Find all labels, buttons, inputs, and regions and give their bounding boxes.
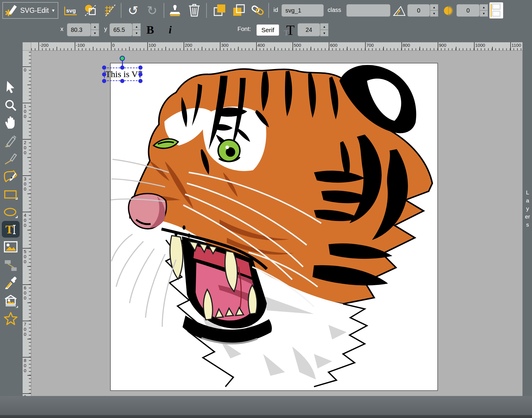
font-size-icon: T T [283, 21, 298, 39]
eyedropper-icon [4, 276, 18, 290]
pen-path-icon [4, 169, 18, 183]
ruler-y-label: 800 [24, 358, 28, 373]
select-arrow-icon [5, 80, 17, 93]
selection-handle-n[interactable] [120, 65, 124, 70]
selection-handle-s[interactable] [120, 79, 124, 83]
delete-button[interactable] [187, 3, 201, 18]
move-bottom-button[interactable] [231, 3, 247, 18]
tool-path[interactable] [2, 168, 20, 185]
text-context-toolbar: x 80.3 ▲▼ y 65.5 ▲▼ B i abcd abcd abcd F… [0, 21, 532, 42]
ruler-x-label: 1100 [511, 43, 521, 48]
make-link-button[interactable] [250, 3, 265, 18]
svg-source-icon: svg [64, 6, 77, 15]
palette-panel-icon[interactable] [489, 2, 503, 18]
x-spinner[interactable]: ▲▼ [91, 23, 99, 36]
id-label: id [273, 7, 278, 13]
ruler-x-label: 200 [185, 43, 192, 48]
main-menu-button[interactable]: SVG-Edit ▼ [2, 2, 58, 19]
font-label: Font: [237, 26, 251, 32]
selection-handle-e[interactable] [138, 72, 143, 77]
move-top-button[interactable] [212, 3, 227, 18]
tiger-artwork [111, 63, 437, 390]
font-size-spinner[interactable]: ▲▼ [320, 23, 328, 36]
move-top-icon [212, 3, 227, 18]
toolbar-divider [268, 3, 269, 18]
tool-rect[interactable] [2, 187, 20, 203]
magnifier-icon [4, 99, 17, 112]
ruler-corner [23, 42, 31, 51]
toolbar-divider [206, 3, 207, 18]
selection-handle-w[interactable] [102, 72, 106, 77]
ruler-x-label: -100 [76, 43, 85, 48]
tool-select[interactable] [2, 79, 20, 95]
class-input[interactable] [346, 4, 390, 17]
id-input[interactable]: svg_1 [281, 4, 324, 17]
selection-handle-ne[interactable] [138, 65, 143, 70]
undo-button[interactable]: ↺ [126, 2, 140, 18]
ruler-x-label: 900 [439, 43, 446, 48]
tool-image[interactable] [2, 238, 20, 255]
menu-chevron-down-icon: ▼ [51, 8, 55, 13]
undo-icon: ↺ [128, 3, 138, 18]
ruler-y-label: 0 [24, 67, 28, 72]
x-label: x [60, 26, 63, 32]
bold-button[interactable]: B [144, 22, 157, 38]
main-toolbar: SVG-Edit ▼ svg ↺ ↻ [0, 0, 532, 21]
selection-handle-nw[interactable] [102, 65, 106, 70]
selection-handle-se[interactable] [138, 79, 143, 83]
svgedit-logo-icon [5, 4, 18, 17]
hand-icon [4, 116, 17, 129]
horizontal-ruler: -200-10001002003004005006007008009001000… [31, 42, 522, 51]
ruler-y-label: 300 [24, 176, 28, 191]
tool-zoom[interactable] [2, 97, 20, 114]
blur-spinner[interactable]: ▲▼ [480, 4, 488, 17]
font-size-input[interactable]: 24 [298, 23, 320, 36]
ruler-y-label: 400 [24, 213, 28, 228]
text-icon: T [4, 222, 18, 236]
tool-pencil[interactable] [2, 133, 20, 150]
ruler-x-label: 800 [403, 43, 410, 48]
grid-icon [103, 4, 116, 18]
selection-handle-sw[interactable] [102, 79, 106, 83]
svg-canvas[interactable] [111, 63, 437, 390]
tool-connector[interactable] [2, 257, 20, 274]
layers-panel-label: Layers [525, 188, 530, 229]
y-spinner[interactable]: ▲▼ [132, 23, 141, 36]
tool-pan[interactable] [2, 114, 20, 131]
ruler-x-label: 100 [148, 43, 156, 48]
tool-ellipse[interactable] [2, 205, 20, 221]
wireframe-icon [84, 3, 98, 18]
ruler-x-label: 700 [366, 43, 374, 48]
layers-panel-toggle[interactable]: Layers [522, 37, 532, 396]
svg-source-button[interactable]: svg [64, 4, 77, 17]
tool-star[interactable] [2, 310, 20, 327]
tool-text[interactable]: T [2, 221, 20, 238]
ruler-x-label: 400 [257, 43, 265, 48]
wireframe-button[interactable] [84, 4, 98, 18]
y-input[interactable]: 65.5 [109, 23, 132, 36]
star-icon [3, 311, 18, 326]
font-family-button[interactable]: Serif [256, 24, 279, 36]
grid-button[interactable] [103, 4, 117, 18]
clone-button[interactable] [167, 3, 183, 18]
ruler-x-label: 600 [330, 43, 337, 48]
italic-button[interactable]: i [164, 22, 177, 38]
vertical-ruler: 0100200300400500600700800900 [23, 51, 31, 396]
tool-line[interactable] [2, 150, 20, 167]
redo-button[interactable]: ↻ [145, 2, 159, 18]
tool-shape-library[interactable] [2, 292, 20, 309]
ruler-x-label: 1000 [475, 43, 485, 48]
y-label: y [104, 26, 107, 32]
trash-icon [188, 3, 201, 18]
blur-input[interactable]: 0 [456, 4, 480, 17]
ruler-x-label: 0 [112, 43, 115, 48]
tools-toolbar: T [0, 42, 23, 396]
angle-input[interactable]: 0 [407, 4, 430, 17]
angle-spinner[interactable]: ▲▼ [430, 4, 438, 17]
rotate-handle[interactable] [120, 56, 125, 61]
connector-icon [4, 259, 18, 272]
ruler-y-label: 100 [24, 104, 28, 119]
x-input[interactable]: 80.3 [67, 23, 91, 36]
line-icon [4, 152, 18, 165]
tool-eyedropper[interactable] [2, 274, 20, 291]
